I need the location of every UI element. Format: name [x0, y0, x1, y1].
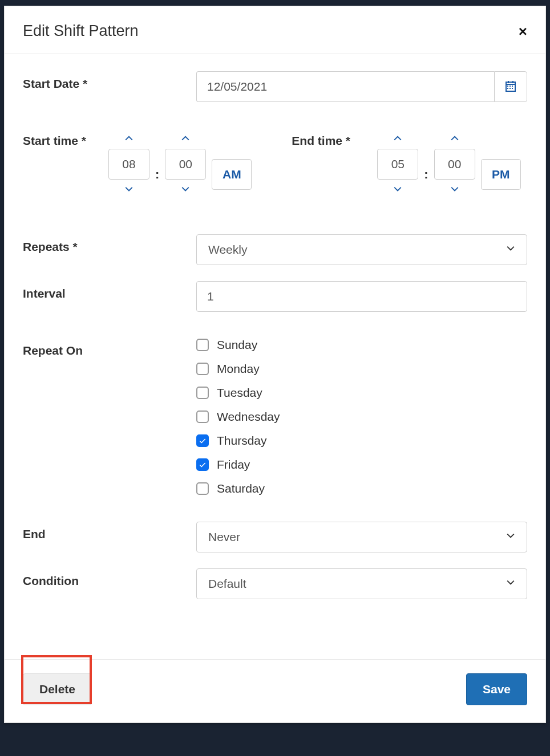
- end-minute-input[interactable]: [434, 149, 475, 180]
- start-ampm-toggle[interactable]: AM: [212, 159, 252, 190]
- end-time-label: End time *: [292, 128, 360, 148]
- repeat-on-checkbox[interactable]: [196, 458, 209, 471]
- delete-button[interactable]: Delete: [23, 673, 92, 705]
- calendar-icon: [504, 79, 517, 95]
- end-minute-down[interactable]: [444, 180, 465, 200]
- chevron-up-icon: [123, 132, 135, 146]
- start-date-label: Start Date *: [23, 71, 196, 91]
- chevron-down-icon: [448, 183, 461, 197]
- modal-header: Edit Shift Pattern ×: [5, 6, 545, 54]
- repeat-on-checkbox[interactable]: [196, 363, 209, 375]
- repeat-on-option: Wednesday: [196, 410, 527, 424]
- modal-title: Edit Shift Pattern: [23, 22, 139, 40]
- chevron-up-icon: [179, 132, 192, 146]
- repeat-on-day-label: Sunday: [217, 338, 257, 352]
- repeat-on-checkbox[interactable]: [196, 482, 209, 495]
- modal-body: Start Date * Start time *: [5, 54, 545, 659]
- end-ampm-toggle[interactable]: PM: [481, 159, 521, 190]
- edit-shift-pattern-modal: Edit Shift Pattern × Start Date * Start …: [4, 6, 546, 723]
- start-hour-up[interactable]: [119, 128, 139, 149]
- start-minute-up[interactable]: [175, 128, 196, 149]
- start-hour-down[interactable]: [119, 180, 139, 200]
- repeat-on-option: Tuesday: [196, 386, 527, 400]
- condition-label: Condition: [23, 568, 196, 588]
- chevron-down-icon: [123, 183, 135, 197]
- chevron-down-icon: [179, 183, 192, 197]
- start-hour-input[interactable]: [108, 149, 149, 180]
- repeat-on-option: Sunday: [196, 338, 527, 352]
- save-button[interactable]: Save: [466, 673, 527, 705]
- condition-select[interactable]: Default: [196, 568, 527, 599]
- interval-input[interactable]: [196, 281, 527, 312]
- close-icon[interactable]: ×: [519, 24, 527, 39]
- calendar-button[interactable]: [494, 71, 527, 102]
- repeat-on-day-label: Saturday: [217, 482, 265, 495]
- start-minute-down[interactable]: [175, 180, 196, 200]
- repeat-on-option: Friday: [196, 458, 527, 472]
- repeat-on-label: Repeat On: [23, 338, 196, 357]
- repeat-on-day-label: Friday: [217, 458, 250, 472]
- chevron-down-icon: [391, 183, 404, 197]
- start-date-input[interactable]: [196, 71, 494, 102]
- time-colon: :: [155, 167, 159, 182]
- repeats-label: Repeats *: [23, 234, 196, 254]
- time-colon: :: [424, 167, 428, 182]
- repeat-on-option: Saturday: [196, 482, 527, 495]
- chevron-up-icon: [448, 132, 461, 146]
- repeat-on-day-label: Thursday: [217, 434, 267, 448]
- repeat-on-list: SundayMondayTuesdayWednesdayThursdayFrid…: [196, 338, 527, 495]
- end-minute-up[interactable]: [444, 128, 465, 149]
- repeat-on-checkbox[interactable]: [196, 339, 209, 351]
- repeat-on-checkbox[interactable]: [196, 410, 209, 423]
- start-time-label: Start time *: [23, 128, 91, 148]
- end-hour-down[interactable]: [387, 180, 408, 200]
- repeats-select[interactable]: Weekly: [196, 234, 527, 265]
- interval-label: Interval: [23, 281, 196, 300]
- end-select[interactable]: Never: [196, 522, 527, 552]
- start-minute-input[interactable]: [165, 149, 206, 180]
- repeat-on-day-label: Tuesday: [217, 386, 262, 400]
- end-label: End: [23, 522, 196, 541]
- repeat-on-day-label: Wednesday: [217, 410, 280, 424]
- repeat-on-option: Monday: [196, 362, 527, 376]
- start-time-picker: : AM: [108, 128, 252, 200]
- chevron-up-icon: [391, 132, 404, 146]
- end-hour-input[interactable]: [377, 149, 418, 180]
- repeat-on-option: Thursday: [196, 434, 527, 448]
- end-hour-up[interactable]: [387, 128, 408, 149]
- repeat-on-checkbox[interactable]: [196, 434, 209, 447]
- end-time-picker: : PM: [377, 128, 520, 200]
- repeat-on-checkbox[interactable]: [196, 387, 209, 399]
- repeat-on-day-label: Monday: [217, 362, 260, 376]
- modal-footer: Delete Save: [5, 659, 545, 722]
